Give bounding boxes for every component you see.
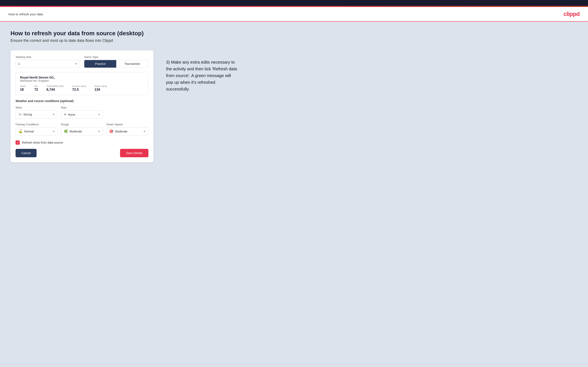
holes-stat: Holes 18 [20,85,26,92]
rain-label: Rain [61,106,103,109]
holes-value: 18 [20,88,26,92]
course-stats: Holes 18 Par 72 Yards/White (M)) 6,744 C… [20,85,144,92]
starting-hole-label: Starting Hole [16,55,80,58]
slope-rating-value: 134 [94,88,107,92]
par-label: Par [34,85,38,87]
yards-value: 6,744 [46,88,64,92]
conditions-section-title: Weather and course conditions (optional) [16,99,148,103]
green-speed-icon: 🎯 [109,129,113,133]
holes-label: Holes [20,85,26,87]
course-info-table: Royal North Devon GC, Westward Ho!, Engl… [16,72,148,95]
fairway-dropdown[interactable]: ⛳ Normal ▼ [16,127,58,135]
game-type-label: Game Type [84,55,148,58]
rain-value: None [68,113,98,116]
par-stat: Par 72 [34,85,38,92]
footer: Copyright Clippd 2022 [0,365,588,367]
refresh-checkbox[interactable] [16,141,20,145]
refresh-checkbox-row: Refresh shots from data source [16,141,148,145]
slope-rating-stat: Slope rating 134 [94,85,107,92]
starting-hole-game-type-row: Starting Hole 1 2 10 ▼ Game Type Practic… [16,55,148,68]
course-rating-label: Course rating [72,85,86,87]
header: How to refresh your data clippd [0,7,588,22]
slope-rating-label: Slope rating [94,85,107,87]
fairway-icon: ⛳ [18,129,23,133]
rough-dropdown[interactable]: 🌿 Moderate ▼ [61,127,103,135]
rain-dropdown[interactable]: ✦ None ▼ [61,110,103,119]
fairway-rough-green-row: Fairway Conditions ⛳ Normal ▼ Rough 🌿 Mo… [16,123,148,135]
starting-hole-select-wrapper: 1 2 10 ▼ [16,60,80,68]
green-speed-dropdown[interactable]: 🎯 Moderate ▼ [106,127,148,135]
sidebar-text: 3) Make any extra edits necessary to the… [166,59,238,92]
breadcrumb: How to refresh your data [9,12,43,16]
content-row: Starting Hole 1 2 10 ▼ Game Type Practic… [10,50,578,162]
rough-label: Rough [61,123,103,126]
course-rating-stat: Course rating 72.5 [72,85,86,92]
wind-icon: 🌬 [18,113,22,116]
green-speed-value: Moderate [115,130,143,133]
rain-group: Rain ✦ None ▼ [61,106,103,119]
wind-group: Wind 🌬 Strong ▼ [16,106,58,119]
fairway-group: Fairway Conditions ⛳ Normal ▼ [16,123,58,135]
fairway-value: Normal [24,130,52,133]
top-bar [0,0,588,6]
starting-hole-group: Starting Hole 1 2 10 ▼ [16,55,80,68]
rough-icon: 🌿 [64,129,68,133]
par-value: 72 [34,88,38,92]
wind-label: Wind [16,106,58,109]
save-details-button[interactable]: Save Details [120,149,148,157]
course-name: Royal North Devon GC, [20,75,144,79]
starting-hole-select[interactable]: 1 2 10 [16,60,80,68]
wind-dropdown[interactable]: 🌬 Strong ▼ [16,110,58,118]
yards-stat: Yards/White (M)) 6,744 [46,85,64,92]
course-rating-value: 72.5 [72,88,86,92]
rain-spacer [106,106,148,119]
practice-button[interactable]: Practice [84,60,116,68]
cancel-button[interactable]: Cancel [16,149,37,157]
sidebar-description: 3) Make any extra edits necessary to the… [166,50,238,92]
tournament-button[interactable]: Tournament [116,60,148,68]
main-content: How to refresh your data from source (de… [0,22,588,365]
course-location: Westward Ho!, England [20,79,144,82]
rough-group: Rough 🌿 Moderate ▼ [61,123,103,135]
logo: clippd [564,11,579,17]
rough-arrow-icon: ▼ [98,130,100,133]
button-row: Cancel Save Details [16,149,148,157]
wind-rain-row: Wind 🌬 Strong ▼ Rain ✦ None ▼ [16,106,148,119]
rough-value: Moderate [69,130,98,133]
game-type-group: Game Type Practice Tournament [84,55,148,68]
green-speed-group: Green Speed 🎯 Moderate ▼ [106,123,148,135]
form-card: Starting Hole 1 2 10 ▼ Game Type Practic… [10,50,154,162]
rain-arrow-icon: ▼ [98,113,100,116]
yards-label: Yards/White (M)) [46,85,64,87]
fairway-label: Fairway Conditions [16,123,58,126]
game-type-toggle: Practice Tournament [84,60,148,68]
page-subtitle: Ensure the correct and most up to date d… [10,38,578,43]
refresh-checkbox-label: Refresh shots from data source [22,141,63,144]
green-speed-label: Green Speed [106,123,148,126]
fairway-arrow-icon: ▼ [52,130,55,133]
rain-icon: ✦ [64,113,66,117]
wind-value: Strong [23,113,52,116]
wind-arrow-icon: ▼ [52,113,55,116]
green-speed-arrow-icon: ▼ [143,130,146,133]
page-title: How to refresh your data from source (de… [10,30,578,37]
